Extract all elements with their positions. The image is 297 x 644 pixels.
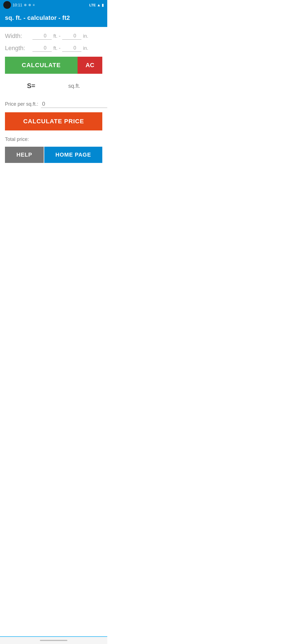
length-in-unit: in.: [83, 45, 88, 51]
width-in-unit: in.: [83, 33, 88, 39]
width-in-input[interactable]: [62, 32, 81, 40]
length-ft-unit: ft. -: [53, 45, 61, 51]
length-ft-input[interactable]: [32, 45, 52, 52]
clipboard-icon: ≡: [33, 3, 35, 7]
page-title: sq. ft. - calculator - ft2: [5, 14, 102, 21]
status-bar: 10:11 ⊕ ⊗ ≡ LTE ▲ ▮: [0, 0, 107, 10]
length-row: Length: ft. - in.: [5, 45, 102, 52]
status-bar-left: 10:11 ⊕ ⊗ ≡: [3, 1, 35, 9]
status-bar-right: LTE ▲ ▮: [89, 3, 104, 7]
location-icon: ⊕: [24, 3, 27, 7]
price-row: Price per sq.ft.:: [5, 100, 102, 108]
help-button[interactable]: HELP: [5, 147, 44, 163]
bottom-row: HELP HOME PAGE: [5, 147, 102, 163]
calculate-button[interactable]: CALCULATE: [5, 57, 78, 74]
result-unit: sq.ft.: [68, 83, 80, 89]
signal-icon: ▲: [97, 3, 101, 7]
length-inputs: ft. - in.: [32, 45, 102, 52]
width-row: Width: ft. - in.: [5, 32, 102, 40]
length-in-input[interactable]: [62, 45, 81, 52]
status-time: 10:11: [13, 3, 22, 7]
width-inputs: ft. - in.: [32, 32, 102, 40]
price-label: Price per sq.ft.:: [5, 101, 38, 107]
result-prefix: S=: [27, 82, 35, 90]
main-content: Width: ft. - in. Length: ft. - in. CALCU…: [0, 27, 107, 173]
total-price-label: Total price:: [5, 137, 102, 142]
result-row: S= sq.ft.: [5, 79, 102, 92]
width-label: Width:: [5, 32, 32, 40]
calculate-row: CALCULATE AC: [5, 57, 102, 74]
width-ft-unit: ft. -: [53, 33, 61, 39]
ac-button[interactable]: AC: [78, 57, 102, 74]
calculate-price-button[interactable]: CALCULATE PRICE: [5, 112, 102, 130]
headset-icon: ⊗: [28, 3, 31, 7]
homepage-button[interactable]: HOME PAGE: [44, 147, 102, 163]
width-ft-input[interactable]: [32, 32, 52, 40]
length-label: Length:: [5, 45, 32, 52]
app-bar: sq. ft. - calculator - ft2: [0, 10, 107, 27]
price-input[interactable]: [41, 100, 107, 108]
lte-label: LTE: [89, 3, 96, 7]
camera-icon: [3, 1, 11, 9]
battery-icon: ▮: [102, 3, 104, 7]
